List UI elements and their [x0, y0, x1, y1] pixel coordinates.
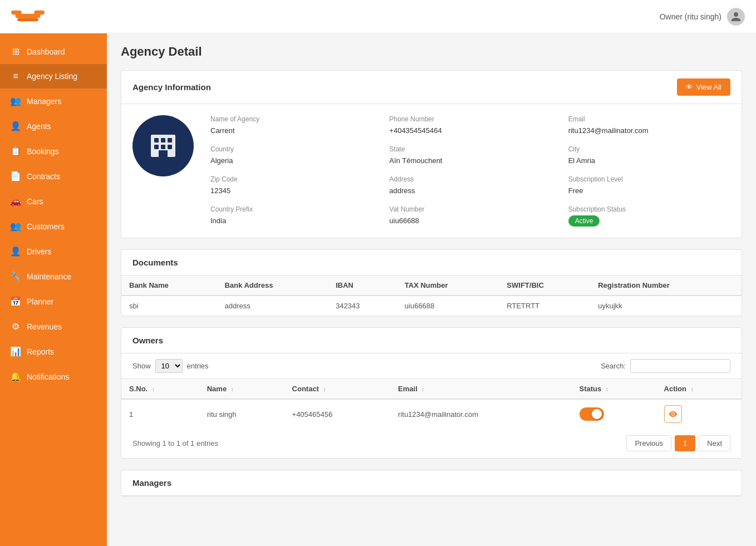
cell-name: ritu singh: [199, 399, 284, 429]
svg-rect-9: [161, 145, 165, 149]
owners-table-wrapper: S.No. ↕ Name ↕ Contact ↕ Email ↕ Status …: [121, 379, 742, 429]
pagination: Previous 1 Next: [626, 435, 730, 451]
phone-number-label: Phone Number: [389, 115, 551, 123]
agency-logo: [132, 115, 194, 176]
sidebar-item-revenues[interactable]: ⚙ Revenues: [0, 314, 107, 339]
svg-rect-1: [11, 10, 22, 14]
sidebar-item-contracts[interactable]: 📄 Contracts: [0, 164, 107, 189]
view-all-label: View All: [696, 83, 721, 91]
sidebar-item-bookings[interactable]: 📋 Bookings: [0, 139, 107, 164]
city-field: City El Amria: [568, 145, 730, 165]
subscription-level-value: Free: [568, 186, 583, 195]
user-label: Owner (ritu singh): [660, 12, 721, 21]
maintenance-icon: 🔧: [10, 271, 21, 282]
name-of-agency-field: Name of Agency Carrent: [210, 115, 372, 135]
documents-card: Documents Bank Name Bank Address IBAN TA…: [121, 249, 742, 316]
sidebar-item-label: Notifications: [27, 372, 69, 381]
notifications-icon: 🔔: [10, 371, 21, 382]
name-of-agency-value: Carrent: [210, 126, 234, 135]
avatar: [727, 8, 745, 26]
country-prefix-value: India: [210, 217, 226, 225]
view-action-button[interactable]: [664, 405, 682, 423]
address-value: address: [389, 186, 415, 195]
sort-icon: ↕: [231, 386, 234, 392]
svg-rect-7: [168, 138, 172, 142]
sidebar-item-customers[interactable]: 👥 Customers: [0, 214, 107, 239]
table-row: 1 ritu singh +405465456 ritu1234@mailina…: [121, 399, 742, 429]
subscription-status-label: Subscription Status: [568, 205, 730, 213]
cell-registration-number: uykujkk: [590, 296, 742, 316]
col-bank-address: Bank Address: [217, 276, 327, 296]
contracts-icon: 📄: [10, 171, 21, 181]
documents-header: Documents: [121, 250, 742, 276]
previous-button[interactable]: Previous: [626, 435, 671, 451]
city-label: City: [568, 145, 730, 153]
top-header: Owner (ritu singh): [0, 0, 756, 33]
sidebar-item-label: Agents: [27, 122, 51, 131]
status-badge: Active: [568, 215, 600, 227]
agency-info-layout: Name of Agency Carrent Phone Number +404…: [132, 115, 730, 227]
sidebar-item-reports[interactable]: 📊 Reports: [0, 339, 107, 364]
agency-information-header: Agency Information 👁 View All: [121, 71, 742, 104]
entries-select[interactable]: 10 25 50: [155, 359, 183, 373]
agency-information-title: Agency Information: [132, 82, 211, 92]
show-entries: Show 10 25 50 entries: [132, 359, 209, 373]
owners-table-footer: Showing 1 to 1 of 1 entries Previous 1 N…: [121, 429, 742, 458]
svg-rect-2: [34, 10, 45, 14]
drivers-icon: 👤: [10, 246, 21, 257]
col-email: Email ↕: [390, 379, 571, 399]
owners-table: S.No. ↕ Name ↕ Contact ↕ Email ↕ Status …: [121, 379, 742, 429]
zip-code-field: Zip Code 12345: [210, 175, 372, 195]
vat-number-field: Vat Number uiu66688: [389, 205, 551, 227]
logo-icon: [11, 6, 45, 28]
agency-information-card: Agency Information 👁 View All: [121, 70, 742, 238]
managers-card: Managers: [121, 470, 742, 496]
vat-number-value: uiu66688: [389, 217, 419, 225]
agency-listing-icon: ≡: [10, 71, 21, 81]
cell-contact: +405465456: [284, 399, 391, 429]
sidebar-item-label: Managers: [27, 97, 61, 106]
page-1-button[interactable]: 1: [675, 435, 695, 451]
svg-rect-3: [17, 18, 38, 21]
sidebar-item-notifications[interactable]: 🔔 Notifications: [0, 364, 107, 389]
documents-table-wrapper: Bank Name Bank Address IBAN TAX Number S…: [121, 276, 742, 316]
sidebar-item-label: Cars: [27, 197, 43, 206]
col-swift-bic: SWIFT/BIC: [499, 276, 590, 296]
table-row: sbi address 342343 uiu66688 RTETRTT uyku…: [121, 296, 742, 316]
revenues-icon: ⚙: [10, 321, 21, 332]
subscription-status-field: Subscription Status Active: [568, 205, 730, 227]
email-value: ritu1234@mailinator.com: [568, 126, 649, 135]
sidebar-item-agents[interactable]: 👤 Agents: [0, 114, 107, 139]
sidebar-item-label: Drivers: [27, 247, 51, 256]
col-iban: IBAN: [328, 276, 397, 296]
search-input[interactable]: [630, 359, 730, 373]
vat-number-label: Vat Number: [389, 205, 551, 213]
sidebar-item-label: Planner: [27, 297, 53, 306]
sidebar-item-managers[interactable]: 👥 Managers: [0, 88, 107, 114]
sidebar-item-dashboard[interactable]: ⊞ Dashboard: [0, 39, 107, 64]
agency-information-body: Name of Agency Carrent Phone Number +404…: [121, 104, 742, 238]
sidebar-item-drivers[interactable]: 👤 Drivers: [0, 239, 107, 264]
svg-rect-11: [159, 150, 168, 157]
sidebar-item-label: Agency Listing: [27, 72, 77, 81]
agency-fields: Name of Agency Carrent Phone Number +404…: [210, 115, 730, 227]
country-value: Algeria: [210, 156, 233, 165]
subscription-level-field: Subscription Level Free: [568, 175, 730, 195]
managers-icon: 👥: [10, 96, 21, 106]
sidebar-item-label: Dashboard: [27, 47, 65, 56]
status-toggle[interactable]: [580, 407, 604, 421]
country-prefix-field: Country Prefix India: [210, 205, 372, 227]
subscription-level-label: Subscription Level: [568, 175, 730, 183]
owners-title: Owners: [132, 336, 163, 345]
sidebar-item-label: Reports: [27, 347, 54, 356]
col-status: Status ↕: [572, 379, 656, 399]
sidebar-item-maintenance[interactable]: 🔧 Maintenance: [0, 264, 107, 289]
view-all-button[interactable]: 👁 View All: [677, 78, 730, 96]
next-button[interactable]: Next: [699, 435, 730, 451]
sidebar-item-agency-listing[interactable]: ≡ Agency Listing: [0, 64, 107, 88]
sidebar-item-cars[interactable]: 🚗 Cars: [0, 189, 107, 214]
address-label: Address: [389, 175, 551, 183]
managers-header: Managers: [121, 470, 742, 496]
sort-icon: ↕: [323, 386, 326, 392]
sidebar-item-planner[interactable]: 📅 Planner: [0, 289, 107, 314]
